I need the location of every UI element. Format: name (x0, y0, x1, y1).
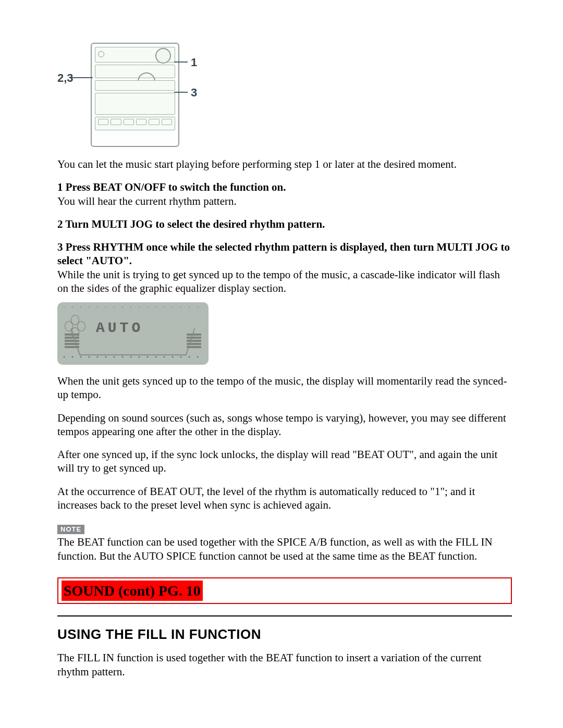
step1-heading: 1 Press BEAT ON/OFF to switch the functi… (57, 181, 286, 193)
p-synced: When the unit gets synced up to the temp… (57, 374, 512, 402)
p-beatout-1: After one synced up, if the sync lock un… (57, 448, 512, 475)
section-banner-text: SOUND (cont) PG. 10 (62, 581, 203, 601)
callout-1: 1 (191, 55, 197, 70)
stereo-diagram: 1 2,3 3 (62, 43, 202, 152)
auto-display-figure: · · · · · · · · · · · · · · · · · · · · … (57, 302, 209, 365)
leader-line (71, 77, 93, 78)
callout-3: 3 (191, 85, 197, 100)
leader-line (174, 61, 188, 63)
p-beatout-2: At the occurrence of BEAT OUT, the level… (57, 485, 512, 512)
section-rule (57, 615, 512, 616)
intro-text: You can let the music start playing befo… (57, 157, 512, 171)
p-fillin: The FILL IN function is used together wi… (57, 651, 512, 678)
callout-2-3: 2,3 (57, 71, 74, 85)
p-varying: Depending on sound sources (such as, son… (57, 411, 512, 439)
leader-line (174, 92, 188, 93)
section-banner: SOUND (cont) PG. 10 (57, 577, 512, 604)
step3-body: While the unit is trying to get synced u… (57, 268, 500, 294)
stereo-body (91, 43, 179, 147)
step2-heading: 2 Turn MULTI JOG to select the desired r… (57, 217, 512, 231)
step3-heading: 3 Press RHYTHM once while the selected r… (57, 241, 510, 267)
manual-page: 1 2,3 3 You can let the music start play… (0, 0, 563, 728)
note-text: The BEAT function can be used together w… (57, 536, 493, 562)
fill-in-heading: USING THE FILL IN FUNCTION (57, 626, 512, 643)
step1-body: You will hear the current rhythm pattern… (57, 195, 237, 207)
note-badge: NOTE (57, 525, 84, 534)
